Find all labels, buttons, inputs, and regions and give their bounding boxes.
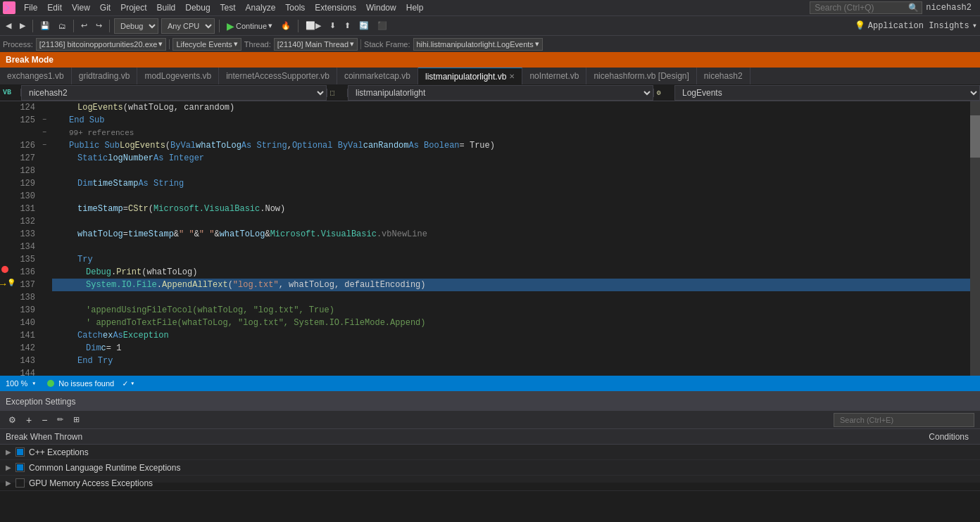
exc-expand-button[interactable]: ⊞	[70, 414, 82, 426]
menu-debug[interactable]: Debug	[181, 1, 214, 14]
zoom-control[interactable]: 100 % ▾	[0, 379, 42, 388]
vertical-scrollbar[interactable]	[970, 101, 980, 376]
debug-step-into[interactable]: ⬇	[327, 20, 339, 32]
exc-cpp-expand-icon[interactable]: ▶	[6, 448, 11, 456]
class-selector[interactable]: nicehash2	[21, 85, 327, 101]
nav-back-button[interactable]: ◀	[3, 20, 14, 32]
code-line-127: Static logNumber As Integer	[52, 152, 980, 165]
menu-search-input[interactable]	[810, 1, 922, 14]
stack-frame-value: hihi.listmanipulatorlight.LogEvents	[417, 40, 534, 49]
undo-button[interactable]: ↩	[78, 20, 90, 32]
tab-listmanipulatorlight-label: listmanipulatorlight.vb	[425, 72, 506, 82]
thread-dropdown[interactable]: [21140] Main Thread ▾	[274, 38, 358, 51]
debug-stop[interactable]: ⬛	[375, 20, 390, 32]
fold-146[interactable]: −	[39, 139, 49, 152]
debug-config-dropdown[interactable]: Debug	[114, 18, 158, 34]
menu-test[interactable]: Test	[216, 1, 240, 14]
tab-listmanipulatorlight[interactable]: listmanipulatorlight.vb ✕	[418, 68, 522, 84]
cpu-config-dropdown[interactable]: Any CPU	[161, 18, 215, 34]
menu-git[interactable]: Git	[96, 1, 115, 14]
exc-clr-label: Common Language Runtime Exceptions	[29, 463, 180, 473]
exc-remove-button[interactable]: −	[39, 413, 50, 427]
exc-clr-expand-icon[interactable]: ▶	[6, 464, 11, 471]
menu-project[interactable]: Project	[116, 1, 151, 14]
fold-135[interactable]: −	[39, 127, 49, 139]
member-selector[interactable]: listmanipulatorlight	[348, 85, 653, 101]
tab-coinmarketcap[interactable]: coinmarketcap.vb	[337, 68, 418, 84]
menu-window[interactable]: Window	[362, 1, 401, 14]
debug-step-out[interactable]: ⬆	[341, 20, 353, 32]
process-dropdown-icon: ▾	[158, 39, 163, 49]
svg-marker-0	[5, 4, 10, 11]
function-selector[interactable]: LogEvents	[674, 85, 980, 101]
lightbulb-hint[interactable]: 💡	[7, 279, 15, 287]
code-line-138	[52, 291, 980, 304]
editor-tabs: exchanges1.vb gridtrading.vb modLogevent…	[0, 68, 980, 84]
exc-gpu-expand-icon[interactable]: ▶	[6, 479, 11, 487]
breakpoint-indicator[interactable]	[1, 266, 8, 273]
thread-dropdown-icon: ▾	[350, 39, 354, 49]
exc-edit-button[interactable]: ✏	[54, 414, 66, 426]
debug-step-over[interactable]: ⬜▶	[303, 20, 324, 32]
save-button[interactable]: 💾	[37, 20, 53, 32]
code-line-130	[52, 190, 980, 203]
check-icon: ✓	[122, 378, 127, 389]
check-dropdown-icon: ▾	[130, 379, 134, 388]
exc-row-cpp[interactable]: ▶ C++ Exceptions	[0, 445, 980, 460]
tab-modlogevents[interactable]: modLogevents.vb	[137, 68, 219, 84]
exc-search-box[interactable]	[834, 413, 974, 427]
exc-row-clr[interactable]: ▶ Common Language Runtime Exceptions	[0, 460, 980, 476]
process-dropdown[interactable]: [21136] bitcoinopportunities20.exe ▾	[36, 38, 167, 51]
save-all-button[interactable]: 🗂	[56, 20, 69, 32]
menu-edit[interactable]: Edit	[43, 1, 66, 14]
continue-button[interactable]: ▶ Continue ▾	[224, 19, 275, 33]
tab-internetaccess[interactable]: internetAccessSupporter.vb	[219, 68, 337, 84]
code-line-124: LogEvents(whatToLog, canrandom)	[52, 101, 980, 114]
toolbar-separator-5	[298, 20, 299, 32]
stack-dropdown-icon: ▾	[535, 39, 539, 49]
tab-nicehashform[interactable]: nicehashform.vb [Design]	[586, 68, 696, 84]
menu-help[interactable]: Help	[402, 1, 428, 14]
play-icon: ▶	[227, 20, 234, 32]
lifecycle-dropdown[interactable]: Lifecycle Events ▾	[172, 38, 241, 51]
scrollbar-thumb[interactable]	[970, 115, 980, 158]
user-account[interactable]: nicehash2	[920, 1, 977, 14]
exc-filter-button[interactable]: ⚙	[6, 414, 19, 426]
stack-frame-dropdown[interactable]: hihi.listmanipulatorlight.LogEvents ▾	[413, 38, 543, 51]
code-line-134	[52, 241, 980, 253]
hot-reload-button[interactable]: 🔥	[278, 20, 294, 32]
status-check[interactable]: ✓ ▾	[120, 378, 137, 389]
menu-analyze[interactable]: Analyze	[241, 1, 280, 14]
tab-gridtrading[interactable]: gridtrading.vb	[72, 68, 138, 84]
menu-extensions[interactable]: Extensions	[310, 1, 360, 14]
nav-forward-button[interactable]: ▶	[17, 20, 28, 32]
tab-nointernet[interactable]: noInternet.vb	[522, 68, 586, 84]
stack-label: Stack Frame:	[364, 40, 410, 49]
code-line-136: Debug.Print(whatToLog)	[52, 266, 980, 279]
exc-search-input[interactable]	[834, 413, 974, 427]
menu-file[interactable]: File	[20, 1, 42, 14]
exc-row-gpu[interactable]: ▶ GPU Memory Access Exceptions	[0, 476, 980, 491]
redo-button[interactable]: ↪	[93, 20, 105, 32]
exc-gpu-label: GPU Memory Access Exceptions	[29, 478, 153, 488]
toolbar-separator-2	[73, 20, 74, 32]
break-mode-bar: Break Mode	[0, 52, 980, 68]
tab-listmanipulatorlight-close[interactable]: ✕	[509, 72, 515, 80]
fold-126[interactable]: −	[39, 114, 49, 127]
menu-search-box[interactable]: 🔍	[810, 1, 919, 14]
menu-tools[interactable]: Tools	[281, 1, 309, 14]
menu-build[interactable]: Build	[153, 1, 180, 14]
exc-gpu-checkbox[interactable]	[15, 478, 25, 488]
continue-dropdown-icon: ▾	[268, 21, 272, 30]
app-insights-toolbar[interactable]: 💡 Application Insights ▾	[855, 20, 977, 31]
tab-nicehash2[interactable]: nicehash2	[697, 68, 750, 84]
app-logo	[3, 1, 15, 14]
exc-add-button[interactable]: +	[23, 413, 34, 427]
debug-separator-2	[360, 39, 361, 49]
debug-restart[interactable]: 🔄	[356, 20, 372, 32]
tab-exchanges1[interactable]: exchanges1.vb	[0, 68, 72, 84]
code-line-132	[52, 215, 980, 228]
exc-clr-checkbox[interactable]	[15, 463, 25, 472]
exc-cpp-checkbox[interactable]	[15, 447, 25, 457]
menu-view[interactable]: View	[68, 1, 94, 14]
